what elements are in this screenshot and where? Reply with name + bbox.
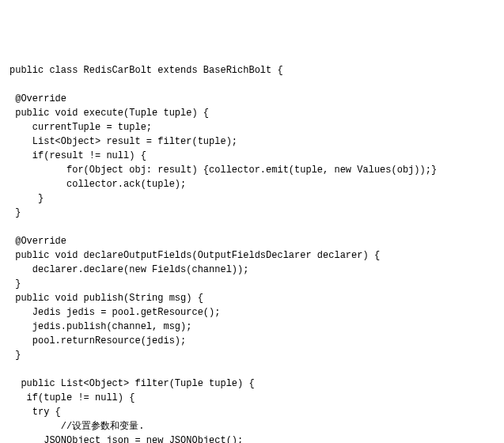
code-line: declarer.declare(new Fields(channel));	[9, 264, 248, 275]
code-line: for(Object obj: result) {collector.emit(…	[9, 165, 437, 176]
code-block: public class RedisCarBolt extends BaseRi…	[9, 63, 495, 443]
code-line: @Override	[9, 236, 66, 247]
code-line: @Override	[9, 93, 66, 104]
code-line: }	[9, 193, 44, 204]
code-line: JSONObject json = new JSONObject();	[9, 435, 243, 443]
code-line: Jedis jedis = pool.getResource();	[9, 307, 220, 318]
code-line: collector.ack(tuple);	[9, 179, 186, 190]
code-line: //设置参数和变量.	[9, 421, 144, 432]
code-line: List<Object> result = filter(tuple);	[9, 136, 237, 147]
code-line: public void declareOutputFields(OutputFi…	[9, 250, 380, 261]
code-line: currentTuple = tuple;	[9, 122, 152, 133]
code-line: public class RedisCarBolt extends BaseRi…	[9, 65, 283, 76]
code-line: if(result != null) {	[9, 150, 146, 161]
code-line: public List<Object> filter(Tuple tuple) …	[9, 378, 255, 389]
code-line: public void execute(Tuple tuple) {	[9, 108, 209, 119]
code-line: }	[9, 350, 21, 361]
code-line: }	[9, 207, 21, 218]
code-line: public void publish(String msg) {	[9, 293, 203, 304]
code-line: try {	[9, 407, 61, 418]
code-line: pool.returnResource(jedis);	[9, 335, 186, 346]
code-line: if(tuple != null) {	[9, 392, 135, 403]
code-line: }	[9, 278, 21, 290]
code-line: jedis.publish(channel, msg);	[9, 321, 191, 332]
